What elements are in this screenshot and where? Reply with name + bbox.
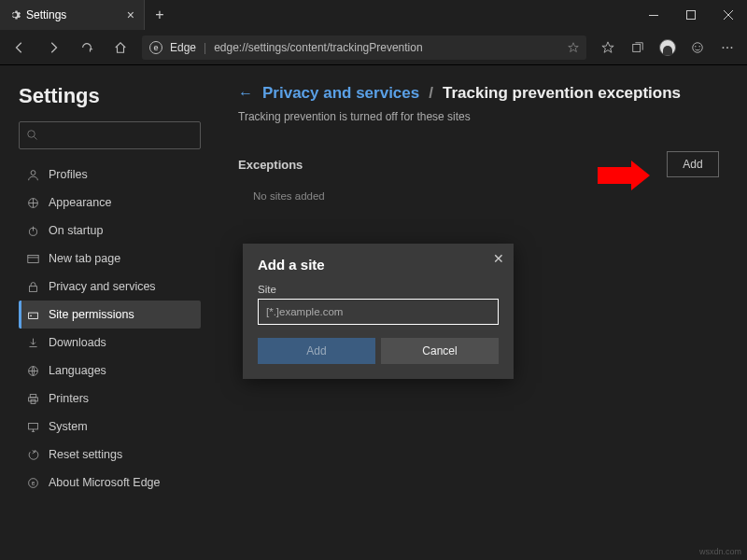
svg-point-3	[693, 42, 703, 52]
nav-newtab[interactable]: New tab page	[19, 245, 201, 273]
dialog-add-button[interactable]: Add	[258, 338, 375, 364]
nav-startup[interactable]: On startup	[19, 217, 201, 245]
toolbar: e Edge | edge://settings/content/trackin…	[0, 30, 747, 65]
nav-about[interactable]: eAbout Microsoft Edge	[19, 469, 201, 497]
svg-rect-18	[28, 423, 37, 429]
system-icon	[26, 421, 39, 433]
svg-point-7	[31, 170, 35, 175]
breadcrumb: ← Privacy and services / Tracking preven…	[238, 84, 719, 103]
dialog-title: Add a site	[258, 257, 499, 273]
dialog-field-label: Site	[258, 284, 499, 295]
section-title: Exceptions	[238, 158, 303, 172]
nav-downloads[interactable]: Downloads	[19, 329, 201, 357]
breadcrumb-sep: /	[429, 84, 433, 103]
search-icon	[27, 130, 38, 141]
settings-nav: Profiles Appearance On startup New tab p…	[19, 161, 201, 497]
menu-button[interactable]: ···	[715, 35, 740, 60]
download-icon	[26, 337, 39, 349]
nav-system[interactable]: System	[19, 413, 201, 441]
svg-text:e: e	[31, 479, 35, 485]
tab-title: Settings	[26, 8, 66, 21]
svg-rect-1	[687, 11, 696, 20]
nav-appearance[interactable]: Appearance	[19, 189, 201, 217]
address-bar[interactable]: e Edge | edge://settings/content/trackin…	[142, 35, 586, 60]
sidebar: Settings Profiles Appearance On startup …	[0, 65, 210, 560]
svg-rect-0	[649, 15, 658, 16]
favorites-button[interactable]	[596, 35, 620, 60]
forward-button[interactable]	[41, 35, 65, 60]
add-site-dialog: ✕ Add a site Site Add Cancel	[243, 244, 514, 379]
home-button[interactable]	[108, 35, 133, 60]
collections-button[interactable]	[626, 35, 650, 60]
back-arrow-icon[interactable]: ←	[238, 85, 253, 102]
window-controls	[635, 0, 747, 30]
browser-tab[interactable]: Settings ×	[0, 0, 145, 30]
svg-rect-10	[27, 255, 37, 262]
svg-rect-15	[30, 394, 36, 397]
tab-icon	[26, 253, 39, 265]
dialog-close-icon[interactable]: ✕	[493, 251, 504, 266]
lock-icon	[26, 281, 39, 293]
appearance-icon	[26, 197, 39, 209]
reader-icon[interactable]	[568, 42, 579, 53]
add-button[interactable]: Add	[667, 151, 719, 177]
nav-profiles[interactable]: Profiles	[19, 161, 201, 189]
settings-heading: Settings	[19, 84, 201, 108]
edge-icon: e	[149, 41, 162, 54]
refresh-button[interactable]	[75, 35, 99, 60]
nav-privacy[interactable]: Privacy and services	[19, 273, 201, 301]
minimize-button[interactable]	[635, 0, 672, 30]
address-url: edge://settings/content/trackingPreventi…	[214, 41, 422, 54]
gear-icon	[9, 9, 21, 21]
search-input[interactable]	[19, 121, 201, 149]
titlebar: Settings × +	[0, 0, 747, 30]
address-separator: |	[204, 41, 206, 54]
nav-site-permissions[interactable]: Site permissions	[19, 301, 201, 329]
language-icon	[26, 365, 39, 377]
edge-about-icon: e	[26, 477, 39, 489]
profile-button[interactable]	[655, 35, 680, 60]
back-button[interactable]	[7, 35, 32, 60]
svg-point-5	[698, 45, 699, 46]
svg-rect-11	[29, 286, 36, 291]
power-icon	[26, 225, 39, 237]
new-tab-button[interactable]: +	[145, 0, 175, 30]
svg-point-6	[28, 131, 35, 138]
close-window-button[interactable]	[710, 0, 747, 30]
page-title: Tracking prevention exceptions	[443, 84, 681, 103]
reset-icon	[26, 449, 39, 461]
annotation-arrow	[598, 161, 650, 190]
svg-rect-12	[28, 313, 37, 319]
nav-printers[interactable]: Printers	[19, 385, 201, 413]
svg-rect-2	[633, 44, 641, 51]
site-input[interactable]	[258, 299, 499, 325]
address-app: Edge	[170, 41, 196, 54]
printer-icon	[26, 393, 39, 405]
nav-reset[interactable]: Reset settings	[19, 441, 201, 469]
feedback-button[interactable]	[685, 35, 710, 60]
permissions-icon	[26, 309, 39, 321]
watermark: wsxdn.com	[699, 547, 741, 556]
breadcrumb-link[interactable]: Privacy and services	[262, 84, 419, 103]
page-subtitle: Tracking prevention is turned off for th…	[238, 110, 719, 123]
dialog-cancel-button[interactable]: Cancel	[381, 338, 499, 364]
nav-languages[interactable]: Languages	[19, 357, 201, 385]
maximize-button[interactable]	[672, 0, 710, 30]
svg-point-13	[30, 315, 32, 316]
tab-close-icon[interactable]: ×	[127, 7, 134, 22]
profile-icon	[26, 169, 39, 181]
svg-point-4	[695, 45, 696, 46]
